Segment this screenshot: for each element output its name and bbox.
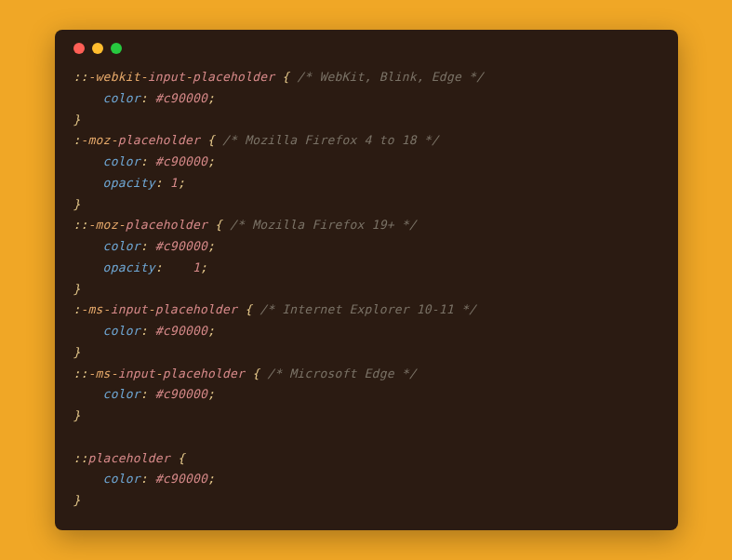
window-traffic-lights bbox=[73, 43, 659, 67]
code-block: ::-webkit-input-placeholder { /* WebKit,… bbox=[73, 67, 659, 512]
maximize-icon bbox=[111, 43, 122, 54]
minimize-icon bbox=[92, 43, 103, 54]
code-window: ::-webkit-input-placeholder { /* WebKit,… bbox=[55, 30, 678, 530]
close-icon bbox=[73, 43, 85, 54]
